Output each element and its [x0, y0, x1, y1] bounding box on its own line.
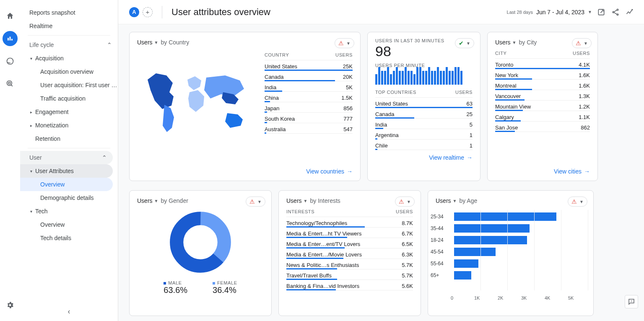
table-row[interactable]: Banking & Fina…vid Investors5.6K: [286, 280, 413, 290]
svg-point-2: [8, 82, 10, 84]
nav-acquisition[interactable]: ▾Acquisition: [20, 52, 118, 65]
nav-monetization[interactable]: ▸Monetization: [20, 119, 118, 132]
table-row[interactable]: Calgary1.1K: [495, 111, 590, 122]
card-users-by-city: Users▼ by City ⚠▼ CITYUSERS Toronto4.1KN…: [487, 32, 598, 181]
table-row[interactable]: Canada25: [375, 108, 473, 119]
nav-tech-overview[interactable]: Overview: [20, 218, 118, 231]
view-cities-link[interactable]: View cities→: [554, 168, 590, 175]
table-row[interactable]: San Jose862: [495, 122, 590, 132]
table-row[interactable]: Media & Entert…ht TV Viewers6.7K: [286, 228, 413, 238]
nav-demographic-details[interactable]: Demographic details: [20, 191, 118, 205]
nav-realtime[interactable]: Realtime: [20, 19, 118, 33]
caret-spacer: [28, 137, 34, 141]
svg-point-11: [177, 218, 224, 266]
nav-engagement[interactable]: ▸Engagement: [20, 105, 118, 119]
table-row[interactable]: Technology/Technophiles8.7K: [286, 217, 413, 228]
col-users: USERS: [335, 52, 353, 57]
table-row[interactable]: United States25K: [265, 60, 353, 71]
table-row[interactable]: Media & Entert…/Movie Lovers6.3K: [286, 249, 413, 259]
metric-selector[interactable]: Users▼: [137, 197, 158, 204]
thresholding-badge[interactable]: ⚠▼: [568, 197, 587, 207]
metric-selector[interactable]: Users▼: [436, 197, 457, 204]
table-row[interactable]: India5K: [265, 81, 353, 92]
chevron-down-icon: ▼: [512, 40, 517, 45]
add-account-button[interactable]: +: [143, 7, 153, 17]
explore-icon[interactable]: [3, 54, 18, 69]
country-table: COUNTRYUSERS United States25KCanada20KIn…: [265, 50, 353, 164]
table-row[interactable]: Canada20K: [265, 71, 353, 81]
metric-selector[interactable]: Users▼: [495, 39, 516, 46]
vertical-divider: [162, 6, 162, 18]
table-row[interactable]: News & Politic…s Enthusiasts5.7K: [286, 259, 413, 269]
thresholding-badge[interactable]: ⚠▼: [246, 197, 265, 207]
table-row[interactable]: Toronto4.1K: [495, 59, 590, 69]
legend-female-value: 36.4%: [213, 285, 237, 295]
metric-selector[interactable]: Users▼: [137, 39, 158, 46]
caret-right-icon: ▸: [28, 123, 34, 128]
thresholding-badge[interactable]: ⚠▼: [395, 197, 415, 207]
svg-point-7: [632, 9, 633, 10]
reports-icon[interactable]: [3, 31, 18, 46]
table-row[interactable]: Vancouver1.3K: [495, 90, 590, 101]
chevron-down-icon: ▼: [584, 41, 588, 46]
table-row[interactable]: India5: [375, 119, 473, 129]
chevron-down-icon: ▼: [407, 199, 411, 204]
chevron-down-icon: ▼: [579, 199, 584, 204]
table-row[interactable]: New York1.6K: [495, 69, 590, 80]
share-icon[interactable]: [610, 7, 621, 17]
table-row[interactable]: Australia547: [265, 123, 353, 134]
check-circle-icon: ✔: [459, 40, 464, 47]
nav-traffic-acquisition[interactable]: Traffic acquisition: [20, 92, 118, 105]
date-range-picker[interactable]: Last 28 days Jun 7 - Jul 4, 2023 ▼: [507, 9, 592, 16]
table-row[interactable]: United States63: [375, 98, 473, 108]
col-users: USERS: [455, 90, 473, 95]
view-realtime-link[interactable]: View realtime→: [429, 154, 473, 161]
nav-user[interactable]: User⌃: [20, 151, 113, 164]
thresholding-badge[interactable]: ⚠▼: [335, 38, 354, 48]
table-row[interactable]: China1.5K: [265, 92, 353, 102]
legend-female-label: FEMALE: [213, 280, 237, 285]
nav-acquisition-overview[interactable]: Acquisition overview: [20, 65, 118, 78]
nav-divider: [28, 35, 110, 36]
top-countries-table: TOP COUNTRIESUSERS United States63Canada…: [368, 87, 480, 150]
account-badge[interactable]: A: [129, 7, 139, 17]
table-row[interactable]: Chile1: [375, 140, 473, 150]
nav-user-attributes-overview[interactable]: Overview: [20, 178, 113, 191]
table-row[interactable]: South Korea777: [265, 113, 353, 123]
svg-point-6: [617, 14, 618, 15]
nav-collapse-toggle[interactable]: ‹: [20, 307, 118, 316]
legend-male-label: MALE: [164, 280, 187, 285]
users-per-minute-sparkline: [368, 68, 480, 87]
nav-reports-snapshot[interactable]: Reports snapshot: [20, 6, 118, 19]
table-row[interactable]: Argentina1: [375, 129, 473, 140]
card-users-by-gender: Users▼ by Gender ⚠▼ MALE 63.6% FEMALE: [129, 190, 272, 316]
svg-point-5: [613, 11, 614, 13]
view-countries-link[interactable]: View countries→: [306, 168, 353, 175]
nav-tech[interactable]: ▾Tech: [20, 205, 118, 218]
data-quality-badge[interactable]: ✔▼: [455, 38, 474, 48]
home-icon[interactable]: [3, 8, 18, 23]
nav-user-attributes[interactable]: ▾User Attributes: [20, 164, 113, 178]
svg-point-0: [7, 58, 13, 65]
svg-point-4: [617, 9, 618, 10]
nav-retention[interactable]: Retention: [20, 132, 118, 145]
chevron-down-icon: ▼: [304, 199, 308, 203]
advertising-icon[interactable]: [3, 76, 18, 91]
settings-icon[interactable]: [3, 298, 18, 313]
customize-report-icon[interactable]: [596, 7, 606, 17]
feedback-button[interactable]: [625, 295, 638, 308]
thresholding-badge[interactable]: ⚠▼: [572, 38, 592, 48]
chevron-down-icon: ▼: [453, 199, 457, 203]
nav-tech-details[interactable]: Tech details: [20, 231, 118, 245]
date-range-value: Jun 7 - Jul 4, 2023: [536, 9, 584, 16]
nav-life-cycle[interactable]: Life cycle⌃: [20, 38, 118, 52]
nav-user-acquisition-first[interactable]: User acquisition: First user …: [20, 78, 118, 92]
table-row[interactable]: Japan856: [265, 102, 353, 113]
table-row[interactable]: Travel/Travel Buffs5.7K: [286, 269, 413, 280]
table-row[interactable]: Media & Enter…ent/TV Lovers6.5K: [286, 238, 413, 249]
table-row[interactable]: Mountain View1.2K: [495, 101, 590, 111]
insights-icon[interactable]: [625, 7, 635, 17]
metric-selector[interactable]: Users▼: [286, 197, 307, 204]
table-row[interactable]: Montreal1.6K: [495, 80, 590, 90]
dimension-label: by Age: [459, 197, 477, 204]
